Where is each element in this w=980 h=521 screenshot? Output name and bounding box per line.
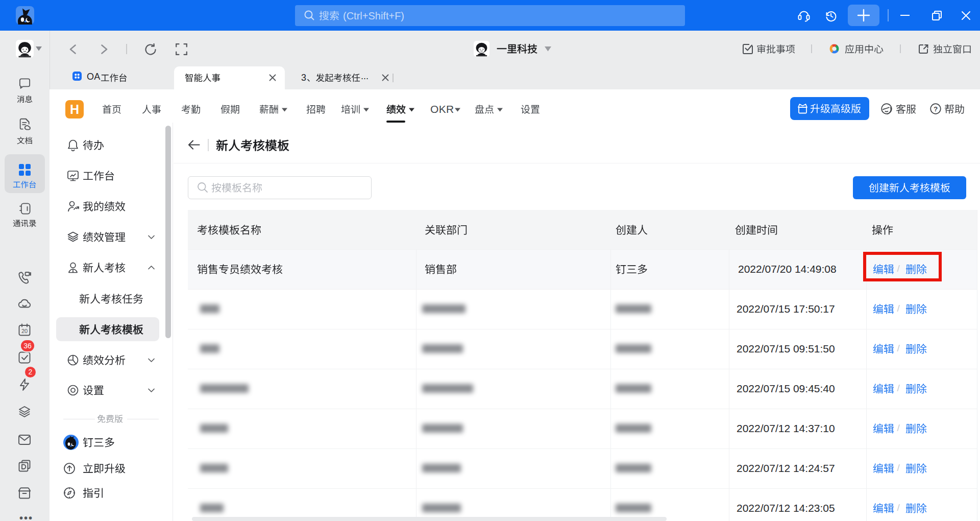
svg-text:20: 20 bbox=[21, 328, 28, 334]
svg-text:?: ? bbox=[934, 105, 938, 113]
